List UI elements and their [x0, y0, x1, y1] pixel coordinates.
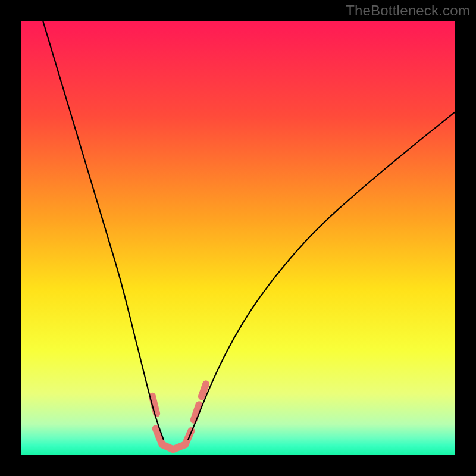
chart-svg [21, 21, 455, 455]
plot-area [21, 21, 455, 455]
watermark-text: TheBottleneck.com [346, 2, 470, 19]
highlight-segment-3 [202, 384, 206, 396]
chart-frame: TheBottleneck.com [0, 0, 476, 476]
gradient-background [21, 21, 455, 455]
highlight-segment-2 [194, 405, 199, 419]
